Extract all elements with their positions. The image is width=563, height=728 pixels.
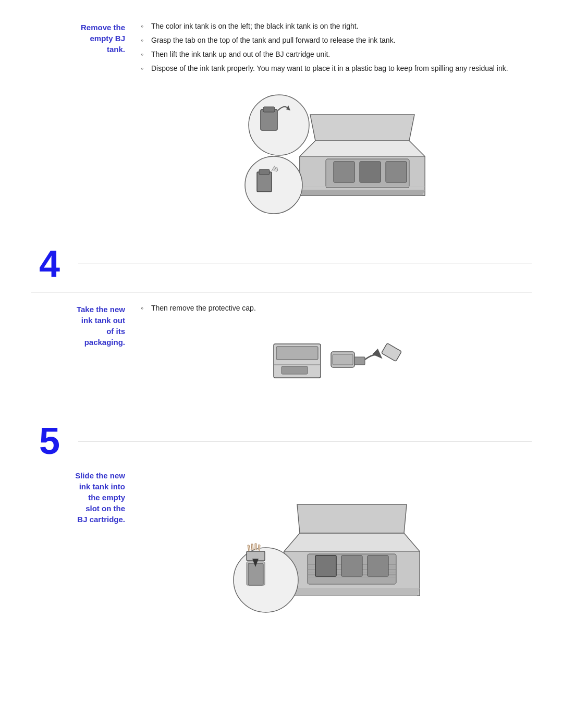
step3-bullet-list: The color ink tank is on the left; the b… — [141, 21, 532, 74]
step3-label: Remove the empty BJ tank. — [31, 21, 125, 55]
svg-rect-14 — [276, 347, 318, 360]
svg-rect-2 — [360, 162, 381, 182]
step5-block: 5 Slide the new ink tank into the empty … — [31, 422, 532, 630]
step3-bullets: The color ink tank is on the left; the b… — [141, 21, 532, 229]
svg-rect-12 — [259, 169, 270, 175]
step5-illustration — [141, 478, 532, 619]
svg-rect-33 — [248, 563, 263, 585]
step4-number-row: 4 — [31, 245, 532, 282]
svg-rect-11 — [257, 172, 272, 192]
svg-rect-28 — [315, 556, 336, 576]
step4-divider-bottom — [31, 292, 532, 292]
svg-rect-18 — [333, 354, 353, 365]
step4-illustration — [141, 323, 532, 396]
step4-bullet-list: Then remove the protective cap. — [141, 303, 532, 314]
svg-rect-19 — [354, 357, 365, 365]
step4-bullet-1: Then remove the protective cap. — [141, 303, 532, 314]
svg-rect-20 — [382, 343, 402, 361]
svg-rect-7 — [261, 109, 277, 130]
step3-illustration — [141, 83, 532, 219]
step4-label: Take the new ink tank out of its packagi… — [31, 303, 125, 348]
step3-content-row: Remove the empty BJ tank. The color ink … — [31, 21, 532, 229]
step4-svg — [263, 323, 409, 396]
step3-bullet-1: The color ink tank is on the left; the b… — [141, 21, 532, 32]
step5-number-row: 5 — [31, 422, 532, 460]
svg-rect-29 — [341, 556, 362, 576]
step5-svg — [227, 478, 446, 619]
step5-content — [141, 469, 532, 630]
step4-block: 4 Take the new ink tank out of its packa… — [31, 245, 532, 406]
svg-rect-34 — [247, 551, 265, 561]
step5-content-row: Slide the new ink tank into the empty sl… — [31, 469, 532, 630]
step5-divider-top — [78, 441, 532, 441]
svg-point-31 — [234, 548, 298, 612]
step3-bullet-3: Then lift the ink tank up and out of the… — [141, 49, 532, 60]
svg-rect-3 — [386, 162, 407, 182]
svg-rect-8 — [263, 107, 275, 112]
svg-rect-1 — [334, 162, 354, 182]
svg-rect-30 — [368, 556, 388, 576]
svg-point-10 — [245, 156, 302, 214]
step4-number: 4 — [31, 245, 68, 282]
svg-rect-16 — [282, 366, 308, 374]
step3-section: Remove the empty BJ tank. The color ink … — [31, 21, 532, 229]
step5-label: Slide the new ink tank into the empty sl… — [31, 469, 125, 525]
svg-point-6 — [249, 95, 309, 155]
step5-number: 5 — [31, 422, 68, 460]
step3-svg — [232, 83, 440, 219]
step4-content-row: Take the new ink tank out of its packagi… — [31, 303, 532, 406]
step4-divider-top — [78, 264, 532, 264]
step3-bullet-2: Grasp the tab on the top of the tank and… — [141, 35, 532, 46]
step3-bullet-4: Dispose of the ink tank properly. You ma… — [141, 63, 532, 74]
step4-content: Then remove the protective cap. — [141, 303, 532, 406]
